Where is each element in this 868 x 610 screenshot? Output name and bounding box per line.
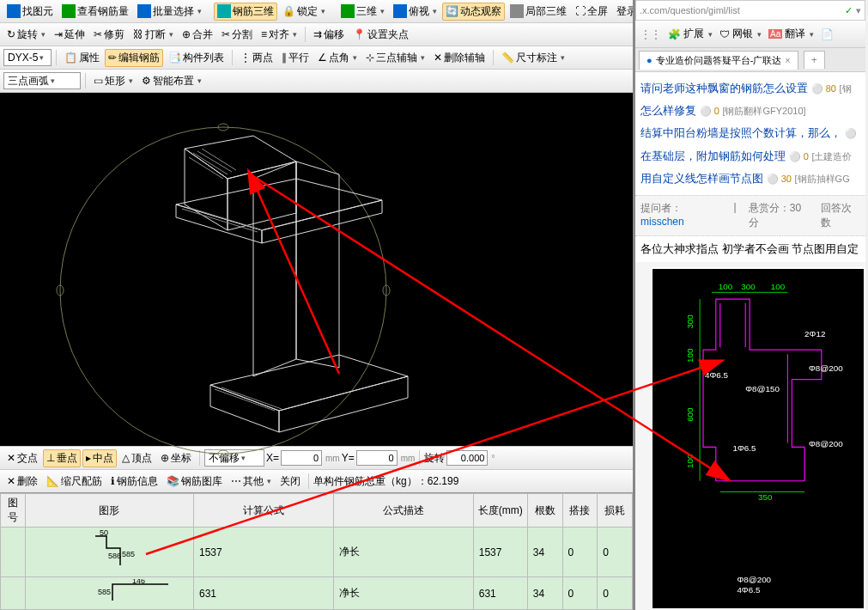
qa-link[interactable]: 怎么样修复 <box>640 104 696 117</box>
coin-value: 80 <box>826 83 836 94</box>
two-point-button[interactable]: ⋮两点 <box>237 49 276 67</box>
table-row[interactable]: 585 146 631 净长 631 34 0 0 <box>1 577 633 610</box>
delete-button[interactable]: ✕删除 <box>3 473 41 491</box>
svg-text:300: 300 <box>685 314 695 329</box>
col-len[interactable]: 长度(mm) <box>473 494 527 528</box>
login-button[interactable]: 登录 <box>613 3 633 21</box>
offset-button[interactable]: ⇉偏移 <box>310 26 348 44</box>
dim-mark-button[interactable]: 📏尺寸标注 <box>498 49 568 67</box>
edit-rebar-button[interactable]: ✏编辑钢筋 <box>105 49 163 67</box>
desc-cell[interactable]: 净长 <box>333 528 473 577</box>
arc-mode-selector[interactable]: 三点画弧 <box>3 72 81 89</box>
dyn-observe-button[interactable]: 🔄动态观察 <box>442 3 505 21</box>
svg-text:Φ8@200: Φ8@200 <box>809 439 843 448</box>
svg-text:585: 585 <box>122 550 135 558</box>
rebar-3d-button[interactable]: 钢筋三维 <box>214 3 277 21</box>
addr-dropdown-icon[interactable]: ▾ <box>856 5 861 16</box>
secure-icon: ✓ <box>845 5 853 16</box>
svg-text:100: 100 <box>719 282 733 291</box>
col-formula[interactable]: 计算公式 <box>193 494 333 528</box>
svg-line-23 <box>222 387 282 409</box>
svg-text:585: 585 <box>98 588 111 596</box>
clamp-button[interactable]: 📍设置夹点 <box>349 26 412 44</box>
rotate-button[interactable]: ↻旋转 <box>3 26 49 44</box>
top-icon <box>393 4 407 18</box>
point-angle-button[interactable]: ∠点角 <box>314 49 361 67</box>
ruler-match-button[interactable]: 📐缩尺配筋 <box>43 473 106 491</box>
loss-cell[interactable]: 0 <box>598 528 633 577</box>
translate-button[interactable]: Aa翻译 <box>768 27 814 41</box>
top-view-button[interactable]: 俯视 <box>390 3 440 21</box>
lap-cell[interactable]: 0 <box>562 528 598 577</box>
batch-icon <box>137 4 151 18</box>
svg-text:100: 100 <box>685 454 695 468</box>
netbank-button[interactable]: 🛡网银 <box>719 27 762 41</box>
col-count[interactable]: 根数 <box>527 494 562 528</box>
col-shape[interactable]: 图形 <box>25 494 193 528</box>
browser-tab[interactable]: ● 专业造价问题答疑平台-广联达 × <box>639 51 798 70</box>
lock-button[interactable]: 🔒锁定 <box>279 3 329 21</box>
qa-item: 怎么样修复 ⚪ 0 [钢筋翻样GFY2010] <box>640 100 860 122</box>
qa-link[interactable]: 在基础层，附加钢筋如何处理 <box>640 149 786 162</box>
rebar-lib-button[interactable]: 📚钢筋图库 <box>163 473 226 491</box>
rebar-info-button[interactable]: ℹ钢筋信息 <box>107 473 161 491</box>
view-rebar-button[interactable]: 查看钢筋量 <box>58 3 132 21</box>
svg-line-21 <box>187 207 263 230</box>
member-selector[interactable]: DYX-5 <box>3 49 52 66</box>
rect-button[interactable]: ▭矩形 <box>90 72 137 90</box>
col-desc[interactable]: 公式描述 <box>333 494 473 528</box>
model-viewport[interactable] <box>0 93 633 446</box>
svg-text:100: 100 <box>685 348 695 363</box>
split-button[interactable]: ✂分割 <box>218 26 256 44</box>
svg-marker-5 <box>185 136 296 179</box>
merge-button[interactable]: ⊕合并 <box>179 26 216 44</box>
fullscreen-button[interactable]: ⛶全屏 <box>572 3 611 21</box>
menu-icon[interactable]: ⋮⋮ <box>640 28 661 40</box>
local-3d-button[interactable]: 局部三维 <box>507 3 570 21</box>
tab-title: 专业造价问题答疑平台-广联达 <box>656 54 782 67</box>
col-loss[interactable]: 损耗 <box>598 494 633 528</box>
extend-button[interactable]: ⇥延伸 <box>51 26 88 44</box>
count-cell[interactable]: 34 <box>527 528 562 577</box>
len-cell[interactable]: 1537 <box>473 528 527 577</box>
svg-text:300: 300 <box>741 282 756 291</box>
col-lap[interactable]: 搭接 <box>562 494 598 528</box>
qa-link[interactable]: 用自定义线怎样画节点图 <box>640 172 763 185</box>
asker-link[interactable]: misschen <box>640 216 684 228</box>
expand-button[interactable]: 🧩扩展 <box>668 27 713 41</box>
svg-marker-10 <box>262 200 382 243</box>
tab-close-icon[interactable]: × <box>785 55 790 65</box>
batch-select-button[interactable]: 批量选择 <box>134 3 205 21</box>
qa-link[interactable]: 请问老师这种飘窗的钢筋怎么设置 <box>640 82 808 95</box>
find-icon <box>7 4 21 18</box>
3d-view-button[interactable]: 三维 <box>337 3 388 21</box>
other-button[interactable]: ⋯其他 <box>228 473 275 491</box>
three-point-axis-button[interactable]: ⊹三点辅轴 <box>362 49 428 67</box>
rebar-table-wrap: 图号 图形 计算公式 公式描述 长度(mm) 根数 搭接 损耗 <box>0 492 633 610</box>
formula-cell[interactable]: 1537 <box>193 528 333 577</box>
svg-text:100: 100 <box>771 282 786 291</box>
qa-link[interactable]: 结算中阳台粉墙是按照个数计算，那么， <box>640 126 841 139</box>
model-svg <box>0 93 635 462</box>
col-num[interactable]: 图号 <box>1 494 26 528</box>
delete-aux-button[interactable]: ✕删除辅轴 <box>430 49 489 67</box>
smart-arrange-button[interactable]: ⚙智能布置 <box>138 72 205 90</box>
new-tab-button[interactable]: + <box>804 51 825 69</box>
parallel-button[interactable]: ∥平行 <box>278 49 313 67</box>
section-diagram[interactable]: 100 300 100 300 100 600 100 350 <box>651 267 865 610</box>
member-list-button[interactable]: 📑构件列表 <box>165 49 228 67</box>
svg-text:Φ8@200: Φ8@200 <box>737 575 771 584</box>
attr-button[interactable]: 📋属性 <box>61 49 103 67</box>
close-button[interactable]: 关闭 <box>276 473 304 491</box>
address-bar[interactable]: .x.com/question/giml/list ✓ ▾ <box>635 0 865 21</box>
table-row[interactable]: 50 585 586 1537 净长 1537 34 0 0 <box>1 528 633 577</box>
svg-marker-12 <box>296 162 339 368</box>
find-element-button[interactable]: 找图元 <box>3 3 57 21</box>
break-button[interactable]: ⛓打断 <box>130 26 177 44</box>
toolbar-row-4: 三点画弧 ▭矩形 ⚙智能布置 <box>0 70 633 93</box>
align-button[interactable]: ≡对齐 <box>258 26 300 44</box>
more-button[interactable]: 📄 <box>821 28 834 40</box>
svg-line-17 <box>193 153 228 174</box>
trim-button[interactable]: ✂修剪 <box>90 26 128 44</box>
svg-marker-7 <box>228 162 296 230</box>
